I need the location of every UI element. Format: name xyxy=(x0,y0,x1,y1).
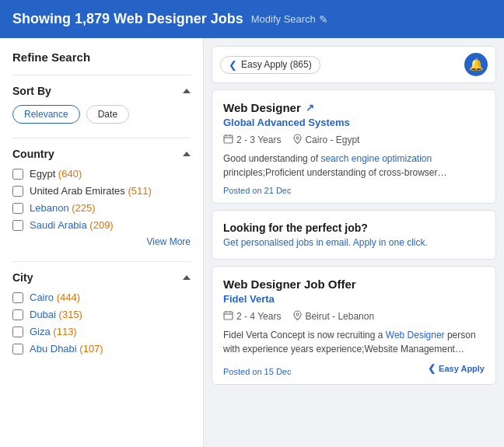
city-name-abudhabi: Abu Dhabi xyxy=(30,343,79,354)
sort-buttons: Relevance Date xyxy=(12,105,191,124)
city-section: City Cairo (444) Dubai (315) Giza (113) xyxy=(12,261,191,354)
sort-chevron-icon xyxy=(183,89,191,93)
location-icon-1 xyxy=(293,134,302,146)
job-meta-1: 2 - 3 Years Cairo - Egypt xyxy=(223,134,485,146)
location-icon-2 xyxy=(293,310,302,323)
job-card-2: Web Designer Job Offer Fidel Verta 2 - 4… xyxy=(212,266,496,385)
country-count-lebanon: (225) xyxy=(72,202,95,214)
sort-section: Sort By Relevance Date xyxy=(12,75,191,124)
main-layout: Refine Search Sort By Relevance Date Cou… xyxy=(0,38,504,447)
country-checkbox-lebanon[interactable] xyxy=(12,203,23,214)
company-name-2[interactable]: Fidel Verta xyxy=(223,293,485,305)
city-name-dubai: Dubai xyxy=(30,309,59,320)
city-item-dubai: Dubai (315) xyxy=(12,309,191,320)
job-meta-2: 2 - 4 Years Beirut - Lebanon xyxy=(223,310,485,323)
modify-search-link[interactable]: Modify Search ✎ xyxy=(251,13,328,26)
country-view-more[interactable]: View More xyxy=(12,236,191,247)
country-checkbox-egypt[interactable] xyxy=(12,169,23,180)
easy-apply-icon-2: ❮ xyxy=(428,363,436,374)
right-panel: ❮ Easy Apply (865) 🔔 Web Designer ↗ Glob… xyxy=(204,38,504,447)
city-name-giza: Giza xyxy=(30,326,53,337)
promo-desc: Get personalised jobs in email. Apply in… xyxy=(223,237,485,248)
svg-point-4 xyxy=(296,137,299,139)
country-count-saudi: (209) xyxy=(89,219,113,231)
job-card-1: Web Designer ↗ Global Advanced Systems 2… xyxy=(212,89,496,204)
country-checkbox-uae[interactable] xyxy=(12,186,23,197)
experience-meta-2: 2 - 4 Years xyxy=(223,310,281,323)
city-section-title: City xyxy=(12,271,33,284)
header: Showing 1,879 Web Designer Jobs Modify S… xyxy=(0,0,504,38)
page-title: Showing 1,879 Web Designer Jobs xyxy=(12,11,243,27)
city-checkbox-cairo[interactable] xyxy=(12,292,23,303)
location-meta-1: Cairo - Egypt xyxy=(293,134,359,146)
country-name-lebanon: Lebanon xyxy=(30,202,72,214)
job-description-2: Fidel Verta Concept is now recruiting a … xyxy=(223,328,485,356)
filter-bar: ❮ Easy Apply (865) 🔔 xyxy=(212,46,496,83)
sort-date-button[interactable]: Date xyxy=(86,105,129,124)
country-item-lebanon: Lebanon (225) xyxy=(12,202,191,214)
country-item-egypt: Egypt (640) xyxy=(12,168,191,180)
ext-link-icon-1[interactable]: ↗ xyxy=(306,102,314,113)
svg-rect-5 xyxy=(224,312,233,320)
experience-meta-1: 2 - 3 Years xyxy=(223,134,281,146)
sort-section-title: Sort By xyxy=(12,85,51,97)
country-section-header: Country xyxy=(12,148,191,160)
sort-section-header: Sort By xyxy=(12,85,191,97)
experience-value-2: 2 - 4 Years xyxy=(236,311,281,322)
svg-rect-0 xyxy=(224,135,233,143)
easy-apply-tag-label: Easy Apply (865) xyxy=(241,59,312,70)
country-name-egypt: Egypt xyxy=(30,168,58,180)
promo-link[interactable]: Get personalised jobs in email. Apply in… xyxy=(223,237,428,248)
country-chevron-icon xyxy=(183,152,191,156)
sidebar: Refine Search Sort By Relevance Date Cou… xyxy=(0,38,204,447)
sort-relevance-button[interactable]: Relevance xyxy=(12,105,80,124)
city-count-abudhabi: (107) xyxy=(79,343,103,354)
calendar-icon-1 xyxy=(223,134,233,146)
promo-title: Looking for the perfect job? xyxy=(223,222,485,234)
location-value-1: Cairo - Egypt xyxy=(305,134,359,145)
job-title-2: Web Designer Job Offer xyxy=(223,278,485,291)
tag-chevron-icon: ❮ xyxy=(229,59,237,71)
country-name-uae: United Arab Emirates xyxy=(30,185,128,197)
country-count-egypt: (640) xyxy=(58,168,82,180)
pencil-icon: ✎ xyxy=(319,13,328,26)
refine-search-title: Refine Search xyxy=(12,51,191,64)
country-section-title: Country xyxy=(12,148,54,160)
job-description-1: Good understanding of search engine opti… xyxy=(223,152,485,180)
city-item-giza: Giza (113) xyxy=(12,326,191,337)
city-chevron-icon xyxy=(183,275,191,280)
bell-icon: 🔔 xyxy=(469,58,484,72)
job-footer-2: Posted on 15 Dec ❮ Easy Apply xyxy=(223,361,485,376)
country-item-uae: United Arab Emirates (511) xyxy=(12,185,191,197)
city-count-dubai: (315) xyxy=(59,309,82,320)
svg-point-9 xyxy=(296,313,299,316)
easy-apply-badge-2: ❮ Easy Apply xyxy=(428,363,485,374)
city-section-header: City xyxy=(12,271,191,284)
city-count-cairo: (444) xyxy=(57,292,80,303)
posted-date-1: Posted on 21 Dec xyxy=(223,186,485,195)
city-checkbox-giza[interactable] xyxy=(12,327,23,337)
experience-value-1: 2 - 3 Years xyxy=(236,134,281,145)
city-name-cairo: Cairo xyxy=(30,292,57,303)
location-meta-2: Beirut - Lebanon xyxy=(293,310,374,323)
city-checkbox-abudhabi[interactable] xyxy=(12,344,23,354)
location-value-2: Beirut - Lebanon xyxy=(305,311,374,322)
calendar-icon-2 xyxy=(223,310,233,323)
job-title-1: Web Designer ↗ xyxy=(223,101,485,114)
easy-apply-label-2: Easy Apply xyxy=(439,364,485,373)
notifications-bell-button[interactable]: 🔔 xyxy=(464,53,488,76)
modify-search-label: Modify Search xyxy=(251,13,316,25)
country-count-uae: (511) xyxy=(128,185,151,197)
city-count-giza: (113) xyxy=(53,326,76,337)
easy-apply-filter-tag[interactable]: ❮ Easy Apply (865) xyxy=(220,56,320,74)
city-checkbox-dubai[interactable] xyxy=(12,309,23,320)
posted-date-2: Posted on 15 Dec xyxy=(223,367,291,376)
city-item-abudhabi: Abu Dhabi (107) xyxy=(12,343,191,354)
city-item-cairo: Cairo (444) xyxy=(12,292,191,303)
company-name-1[interactable]: Global Advanced Systems xyxy=(223,117,485,128)
promo-card: Looking for the perfect job? Get persona… xyxy=(212,210,496,260)
country-checkbox-saudi[interactable] xyxy=(12,220,23,231)
country-section: Country Egypt (640) United Arab Emirates… xyxy=(12,138,191,247)
country-item-saudi: Saudi Arabia (209) xyxy=(12,219,191,231)
country-name-saudi: Saudi Arabia xyxy=(30,219,89,231)
